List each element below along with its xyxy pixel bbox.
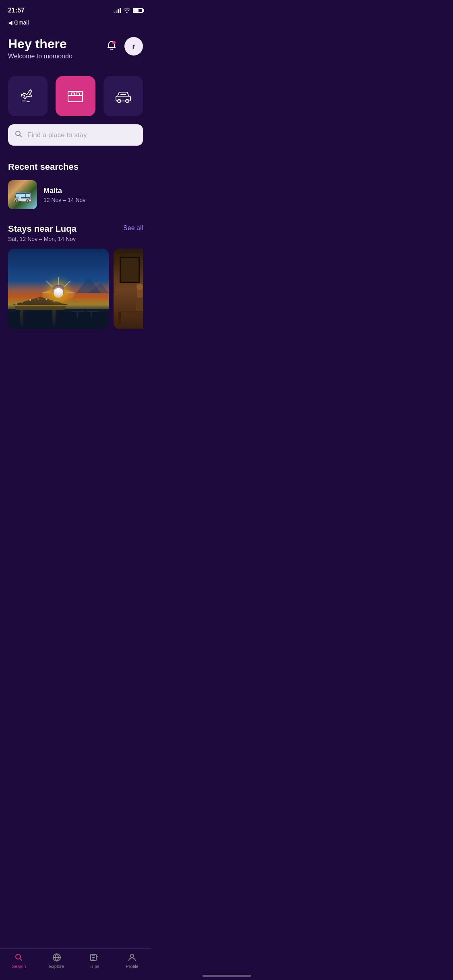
greeting-title: Hey there xyxy=(8,37,72,51)
flights-tab[interactable] xyxy=(8,76,48,116)
recent-item-info: Malta 12 Nov – 14 Nov xyxy=(43,187,85,203)
signal-icon xyxy=(114,8,121,13)
category-tabs xyxy=(0,64,151,124)
svg-rect-41 xyxy=(118,312,121,324)
avatar-button[interactable]: r xyxy=(124,37,143,56)
svg-rect-38 xyxy=(137,289,143,298)
svg-rect-1 xyxy=(68,95,83,102)
see-all-button[interactable]: See all xyxy=(123,224,143,232)
hotel-card-1-overlay xyxy=(8,289,109,329)
recent-searches-title: Recent searches xyxy=(8,162,143,172)
svg-point-39 xyxy=(137,284,143,290)
svg-rect-2 xyxy=(71,93,74,95)
hotel-card-1[interactable] xyxy=(8,249,109,329)
avatar-initial: r xyxy=(132,42,135,51)
recent-destination: Malta xyxy=(43,187,85,195)
bed-icon xyxy=(66,87,84,105)
recent-searches-section: Recent searches Malta 12 Nov – 14 Nov xyxy=(0,154,151,209)
search-bar-icon xyxy=(14,130,23,140)
bell-icon xyxy=(106,40,117,51)
back-nav[interactable]: ◀ Gmail xyxy=(0,18,151,29)
hotel-card-2-image xyxy=(114,249,143,329)
greeting-subtitle: Welcome to momondo xyxy=(8,53,72,60)
back-arrow-icon: ◀ xyxy=(8,19,12,26)
search-placeholder: Find a place to stay xyxy=(27,131,87,139)
cars-tab[interactable] xyxy=(103,76,143,116)
svg-rect-3 xyxy=(76,93,79,95)
hotel-cards-container xyxy=(8,249,143,329)
stays-header: Stays near Luqa See all xyxy=(8,224,143,234)
svg-rect-37 xyxy=(136,297,143,313)
status-time: 21:57 xyxy=(8,7,25,14)
plane-icon xyxy=(19,87,37,105)
header-left: Hey there Welcome to momondo xyxy=(8,37,72,60)
svg-point-0 xyxy=(112,41,116,44)
stays-title: Stays near Luqa xyxy=(8,224,77,234)
battery-icon xyxy=(133,8,143,13)
header: Hey there Welcome to momondo r xyxy=(0,29,151,64)
stays-dates: Sat, 12 Nov – Mon, 14 Nov xyxy=(8,236,143,242)
notifications-button[interactable] xyxy=(104,39,119,54)
hotel-card-2[interactable] xyxy=(114,249,143,329)
svg-rect-36 xyxy=(121,258,139,282)
wifi-icon xyxy=(123,7,130,14)
svg-rect-40 xyxy=(118,311,143,313)
recent-dates: 12 Nov – 14 Nov xyxy=(43,197,85,203)
stays-section: Stays near Luqa See all Sat, 12 Nov – Mo… xyxy=(0,209,151,336)
search-bar[interactable]: Find a place to stay xyxy=(8,124,143,146)
car-icon xyxy=(114,87,132,105)
recent-search-item[interactable]: Malta 12 Nov – 14 Nov xyxy=(8,180,143,209)
back-label: Gmail xyxy=(14,19,29,26)
malta-thumbnail xyxy=(8,180,37,209)
hotels-tab[interactable] xyxy=(56,76,95,116)
header-right: r xyxy=(104,37,143,56)
search-bar-container[interactable]: Find a place to stay xyxy=(0,124,151,154)
status-bar: 21:57 xyxy=(0,0,151,18)
status-icons xyxy=(114,7,143,14)
